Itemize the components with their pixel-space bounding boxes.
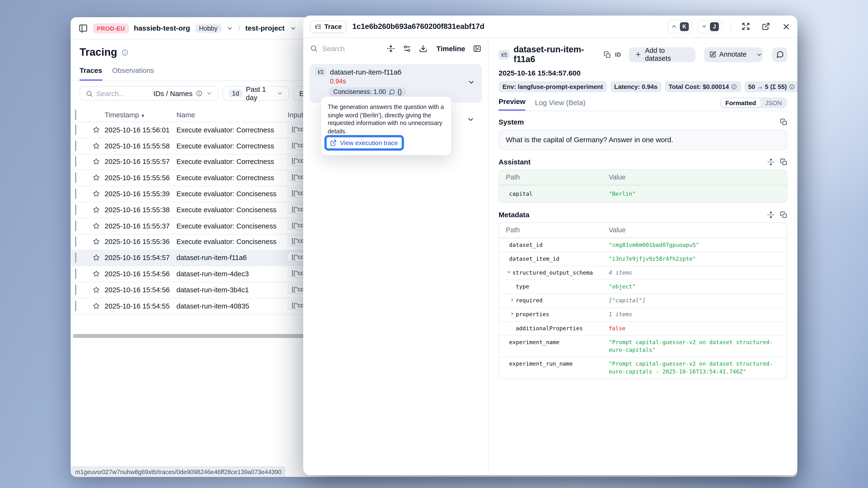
id-label[interactable]: ID (615, 52, 621, 58)
add-to-datasets-button[interactable]: Add to datasets (629, 47, 695, 62)
kv-row-expandable[interactable]: structured_output_schema 4 items (499, 266, 787, 280)
annotate-dropdown-chevron-icon[interactable] (752, 52, 763, 58)
org-name[interactable]: hassieb-test-org (134, 24, 190, 32)
search-input[interactable]: Search... IDs / Names (80, 86, 219, 100)
kv-path: required (516, 297, 542, 305)
star-icon[interactable] (92, 206, 100, 214)
expand-fullscreen-icon[interactable] (742, 22, 750, 31)
format-formatted[interactable]: Formatted (721, 98, 761, 107)
row-checkbox[interactable] (75, 189, 76, 199)
chevron-down-icon[interactable] (206, 90, 213, 97)
kv-path: capital (506, 190, 609, 198)
star-icon[interactable] (92, 174, 100, 182)
star-icon[interactable] (92, 270, 100, 278)
star-icon[interactable] (92, 286, 100, 294)
tab-traces[interactable]: Traces (80, 66, 102, 80)
copy-icon[interactable] (604, 51, 611, 58)
star-icon[interactable] (92, 238, 100, 246)
search-icon (310, 44, 318, 52)
trace-peek-header: Trace 1c1e6b260b693a6760200f831eabf17d K… (303, 15, 797, 38)
row-checkbox[interactable] (75, 253, 76, 263)
info-icon[interactable] (731, 84, 737, 90)
star-icon[interactable] (92, 126, 100, 134)
copy-icon[interactable] (780, 211, 787, 219)
star-icon[interactable] (92, 222, 100, 230)
select-all-checkbox[interactable] (75, 109, 76, 120)
copy-icon[interactable] (780, 158, 787, 166)
kv-row-expandable[interactable]: required ["capital"] (499, 293, 787, 307)
kv-value: "Prompt capital-guesser-v2 on dataset st… (609, 338, 780, 354)
chevron-down-icon[interactable] (467, 116, 475, 124)
chevron-right-icon[interactable] (509, 311, 516, 316)
row-name: dataset-run-item-f11a6 (177, 254, 287, 262)
panel-collapse-icon[interactable] (473, 44, 482, 53)
annotate-button[interactable]: Annotate (704, 51, 752, 59)
row-checkbox[interactable] (75, 172, 76, 183)
star-icon[interactable] (92, 142, 100, 150)
row-checkbox[interactable] (75, 204, 76, 215)
star-icon[interactable] (92, 254, 100, 262)
star-icon[interactable] (92, 158, 100, 166)
trace-tree-pane: Search Timeline (303, 38, 489, 475)
row-checkbox[interactable] (75, 269, 76, 279)
time-range-button[interactable]: 1d Past 1 day (223, 86, 289, 100)
column-header-name[interactable]: Name (177, 111, 287, 119)
search-scope-label[interactable]: IDs / Names (153, 89, 192, 98)
score-comment-text: The generation answers the question with… (328, 103, 445, 135)
tab-observations[interactable]: Observations (112, 66, 154, 80)
fold-vertical-icon[interactable] (387, 44, 395, 53)
row-checkbox[interactable] (75, 237, 76, 247)
project-name[interactable]: test-project (245, 24, 285, 32)
sidebar-toggle-icon[interactable] (79, 24, 88, 33)
column-header-timestamp[interactable]: Timestamp▼ (104, 111, 171, 119)
row-checkbox[interactable] (75, 300, 76, 311)
row-checkbox[interactable] (75, 221, 76, 231)
prev-trace-button[interactable]: K (668, 20, 692, 33)
row-timestamp: 2025-10-16 15:54:56 (104, 270, 171, 278)
unfold-vertical-icon[interactable] (767, 158, 775, 166)
row-name: Execute evaluator: Conciseness (177, 238, 287, 246)
latency-badge: Latency: 0.94s (610, 81, 661, 93)
tree-search-input[interactable]: Search (310, 44, 379, 53)
tree-item-latency: 0.94s (330, 77, 476, 85)
tab-preview[interactable]: Preview (499, 97, 526, 111)
view-execution-trace-link[interactable]: View execution trace (330, 140, 398, 147)
unfold-vertical-icon[interactable] (767, 211, 775, 219)
row-checkbox[interactable] (75, 125, 76, 135)
org-chevron-down-icon[interactable] (226, 25, 233, 31)
chevron-right-icon[interactable] (509, 297, 516, 302)
close-icon[interactable] (782, 22, 790, 31)
metadata-table: Path Value dataset_id "cmg81vm6m001bad07… (499, 222, 787, 379)
project-chevron-down-icon[interactable] (289, 25, 296, 31)
row-timestamp: 2025-10-16 15:54:55 (104, 302, 171, 310)
chevron-down-icon[interactable] (467, 78, 475, 86)
info-icon[interactable] (196, 90, 203, 97)
star-icon[interactable] (92, 302, 100, 310)
comments-button[interactable] (772, 47, 787, 62)
tab-log-view[interactable]: Log View (Beta) (535, 98, 585, 111)
score-annotation-braces: {} (398, 89, 402, 95)
score-badge[interactable]: Conciseness: 1.00 {} (329, 87, 406, 96)
copy-icon[interactable] (780, 118, 787, 126)
format-json[interactable]: JSON (761, 98, 786, 107)
trace-type-badge: Trace (310, 20, 347, 33)
timeline-toggle-label[interactable]: Timeline (436, 44, 465, 53)
external-link-icon (330, 140, 337, 147)
kv-row-expandable[interactable]: properties 1 items (499, 307, 787, 321)
row-checkbox[interactable] (75, 140, 76, 151)
row-checkbox[interactable] (75, 284, 76, 295)
detail-timestamp: 2025-10-16 15:54:57.600 (499, 69, 787, 77)
star-icon[interactable] (92, 190, 100, 198)
next-trace-button[interactable]: J (698, 20, 722, 33)
download-icon[interactable] (419, 44, 428, 53)
open-external-icon[interactable] (762, 22, 770, 31)
row-timestamp: 2025-10-16 15:55:39 (104, 190, 171, 198)
kv-row: dataset_id "cmg81vm6m001bad07gpuoapu5" (499, 238, 787, 252)
chevron-down-icon[interactable] (506, 269, 513, 274)
row-checkbox[interactable] (75, 157, 76, 167)
info-icon[interactable] (789, 84, 795, 90)
info-icon[interactable] (121, 49, 128, 56)
tree-search-placeholder: Search (322, 44, 345, 53)
row-timestamp: 2025-10-16 15:55:56 (104, 174, 171, 182)
settings-sliders-icon[interactable] (403, 44, 411, 53)
